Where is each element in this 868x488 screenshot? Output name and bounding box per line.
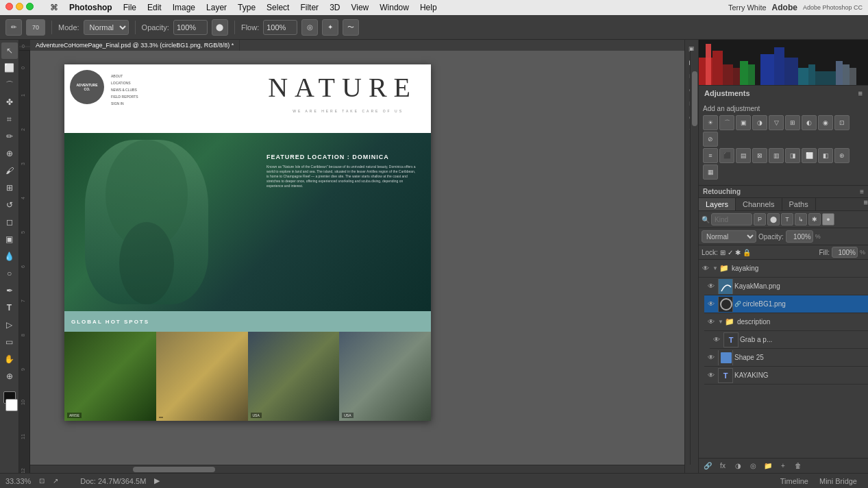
retouching-options[interactable]: ≡ xyxy=(860,188,864,195)
quick-select-tool[interactable]: ✤ xyxy=(1,94,18,110)
scrollbar-vertical[interactable] xyxy=(690,51,698,465)
adj-threshold[interactable]: ⬛ xyxy=(719,148,734,163)
smoothing-btn[interactable]: 〜 xyxy=(343,19,359,36)
tab-timeline[interactable]: Timeline xyxy=(775,476,814,487)
layer-mask-btn[interactable]: ◑ xyxy=(732,461,744,472)
opacity-input[interactable] xyxy=(786,230,813,243)
adj-hsl[interactable]: ▽ xyxy=(769,115,784,130)
eyedropper-tool[interactable]: ✏ xyxy=(1,128,18,145)
type-tool[interactable]: T xyxy=(1,300,18,316)
menu-select[interactable]: Select xyxy=(262,3,293,12)
layer-row-kayaking[interactable]: 👁 ▼ 📁 kayaking xyxy=(699,260,868,278)
tab-layers[interactable]: Layers xyxy=(699,198,736,210)
adj-posterize[interactable]: ≡ xyxy=(703,148,718,163)
gradient-tool[interactable]: ▣ xyxy=(1,231,18,247)
crop-tool[interactable]: ⌗ xyxy=(1,111,18,127)
filter-icon-1[interactable]: P xyxy=(754,213,766,225)
adj-invert[interactable]: ⊘ xyxy=(703,132,718,147)
adj-selective[interactable]: ⊠ xyxy=(752,148,767,163)
maximize-button[interactable] xyxy=(26,3,34,10)
eye-kayaking-text[interactable]: 👁 xyxy=(706,370,717,381)
brush-size-input[interactable]: 70 xyxy=(26,19,45,36)
move-tool[interactable]: ↖ xyxy=(1,42,18,59)
layers-panel-options[interactable]: ≡ xyxy=(864,198,868,210)
scrollbar-horizontal[interactable] xyxy=(30,465,684,473)
brush-tool[interactable]: 🖌 xyxy=(1,162,18,179)
canvas-area[interactable]: ADVENTURECO. ABOUT LOCATIONS NEWS & CLUB… xyxy=(30,51,698,473)
adj-unknown3[interactable]: ⊛ xyxy=(834,148,850,163)
filter-icon-2[interactable]: ⬤ xyxy=(767,213,780,225)
menu-apple[interactable]: ⌘ xyxy=(46,3,62,12)
tab-mini-bridge[interactable]: Mini Bridge xyxy=(814,476,863,487)
layer-folder-btn[interactable]: 📁 xyxy=(762,461,774,472)
airbrush-btn[interactable]: ✦ xyxy=(322,19,338,36)
layers-filter-input[interactable] xyxy=(711,213,752,225)
path-tool[interactable]: ▷ xyxy=(1,317,18,333)
adjustments-header[interactable]: Adjustments ≡ xyxy=(699,86,868,101)
lock-brush-icon[interactable]: ✓ xyxy=(728,249,733,256)
adj-shadow[interactable]: ◨ xyxy=(785,148,800,163)
blur-tool[interactable]: 💧 xyxy=(1,248,18,265)
chevron-kayaking[interactable]: ▼ xyxy=(712,265,718,271)
scrollbar-vertical-thumb[interactable] xyxy=(692,71,697,126)
lock-pixel-icon[interactable]: ✱ xyxy=(735,249,741,256)
adj-vibrance[interactable]: ◑ xyxy=(752,115,767,130)
lock-pos-icon[interactable]: ⊞ xyxy=(720,249,726,256)
menu-type[interactable]: Type xyxy=(234,3,260,12)
canvas-document[interactable]: ADVENTURECO. ABOUT LOCATIONS NEWS & CLUB… xyxy=(64,64,431,421)
menu-image[interactable]: Image xyxy=(169,3,199,12)
filter-icon-4[interactable]: ↳ xyxy=(795,213,807,225)
menu-file[interactable]: File xyxy=(119,3,140,12)
menu-help[interactable]: Help xyxy=(416,3,441,12)
filter-icon-5[interactable]: ✱ xyxy=(808,213,821,225)
scroll-right-btn[interactable]: ▶ xyxy=(154,476,160,485)
adj-colorbalance[interactable]: ⊞ xyxy=(785,115,800,130)
adj-channel[interactable]: ⊡ xyxy=(834,115,850,130)
marquee-tool[interactable]: ⬜ xyxy=(1,60,18,76)
lock-all-icon[interactable]: 🔒 xyxy=(743,249,751,256)
layer-delete-btn[interactable]: 🗑 xyxy=(792,461,804,472)
chevron-description[interactable]: ▼ xyxy=(718,319,723,325)
adjustments-options-icon[interactable]: ≡ xyxy=(858,89,863,97)
adj-curves[interactable]: ⌒ xyxy=(719,115,734,130)
pen-tool[interactable]: ✒ xyxy=(1,282,18,299)
layer-fx-btn[interactable]: fx xyxy=(717,461,729,472)
healing-tool[interactable]: ⊕ xyxy=(1,145,18,162)
layer-row-shape25[interactable]: 👁 Shape 25 xyxy=(704,349,868,367)
adj-levels[interactable]: ▥ xyxy=(769,148,784,163)
adj-unknown2[interactable]: ◧ xyxy=(818,148,833,163)
layer-adj-btn[interactable]: ◎ xyxy=(747,461,759,472)
menu-window[interactable]: Window xyxy=(375,3,413,12)
minimize-button[interactable] xyxy=(16,3,23,10)
eye-kayaking[interactable]: 👁 xyxy=(700,263,711,274)
eraser-tool[interactable]: ◻ xyxy=(1,214,18,230)
brush-tool-btn[interactable]: ✏ xyxy=(5,19,22,36)
layer-row-description[interactable]: 👁 ▼ 📁 description xyxy=(704,313,868,331)
adj-brightness[interactable]: ☀ xyxy=(703,115,718,130)
close-button[interactable] xyxy=(5,3,13,10)
eye-shape25[interactable]: 👁 xyxy=(706,352,717,363)
zoom-tool[interactable]: ⊕ xyxy=(1,368,18,385)
mode-select[interactable]: Normal xyxy=(84,20,129,35)
adj-photofilt[interactable]: ◉ xyxy=(818,115,833,130)
layer-row-kayakman[interactable]: 👁 KayakMan.png xyxy=(704,278,868,295)
layer-link-btn[interactable]: 🔗 xyxy=(702,461,714,472)
flow-btn[interactable]: ◎ xyxy=(301,19,318,36)
adj-exposure[interactable]: ▣ xyxy=(736,115,751,130)
menu-layer[interactable]: Layer xyxy=(202,3,231,12)
layer-new-btn[interactable]: + xyxy=(777,461,789,472)
hand-tool[interactable]: ✋ xyxy=(1,351,18,367)
lasso-tool[interactable]: ⌒ xyxy=(1,77,18,93)
dodge-tool[interactable]: ○ xyxy=(1,265,18,282)
document-tab[interactable]: AdventureCoHomePage_Final.psd @ 33.3% (c… xyxy=(30,40,240,51)
eye-circlebg1[interactable]: 👁 xyxy=(706,299,717,310)
fill-input[interactable] xyxy=(832,247,858,258)
adj-unknown4[interactable]: ▦ xyxy=(703,164,718,180)
filter-toggle[interactable]: ● xyxy=(822,213,834,225)
eye-grab[interactable]: 👁 xyxy=(711,334,722,345)
eye-kayakman[interactable]: 👁 xyxy=(706,281,717,292)
opacity-input[interactable] xyxy=(173,20,208,35)
menu-edit[interactable]: Edit xyxy=(143,3,166,12)
menu-view[interactable]: View xyxy=(347,3,373,12)
history-brush[interactable]: ↺ xyxy=(1,197,18,213)
